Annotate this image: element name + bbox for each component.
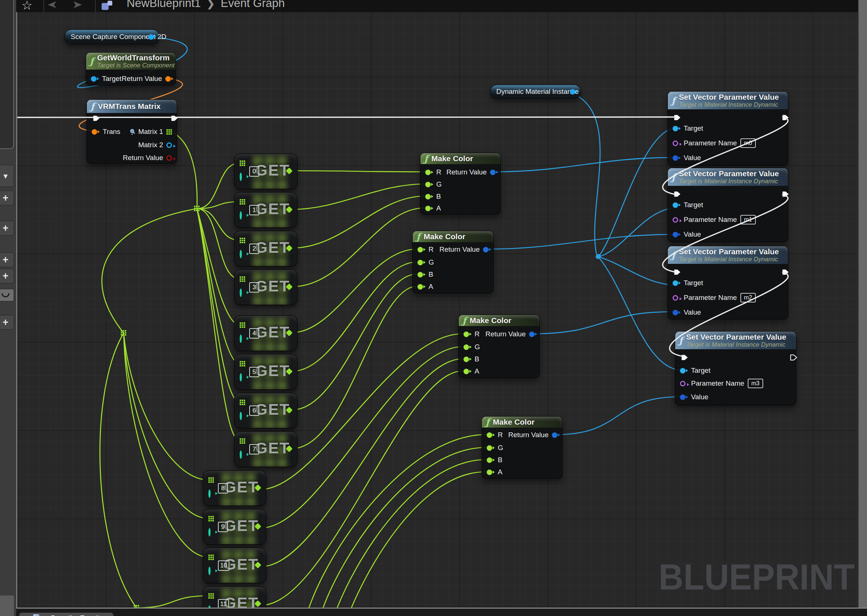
pin-input-target[interactable]	[673, 203, 678, 208]
node-array-get[interactable]: GET2	[234, 231, 297, 266]
exec-in-pin[interactable]	[674, 115, 681, 121]
node-array-get[interactable]: GET3	[234, 269, 297, 305]
array-index-value[interactable]: 3	[249, 282, 259, 292]
node-make-color-4[interactable]: ƒMake ColorRReturn ValueGBA	[481, 416, 563, 479]
exec-out-pin[interactable]	[782, 269, 789, 275]
pin-input-index[interactable]	[208, 489, 211, 498]
pin-input-value[interactable]	[673, 155, 678, 161]
node-set-vector-parameter-value-4[interactable]: ƒSet Vector Parameter ValueTarget is Mat…	[675, 331, 796, 405]
favorite-star-icon[interactable]: ☆	[21, 0, 32, 12]
parameter-name-value[interactable]: m2	[740, 293, 756, 302]
array-index-value[interactable]: 2	[249, 244, 259, 254]
pin-output-return-value[interactable]	[529, 332, 535, 337]
exec-in-pin[interactable]	[674, 269, 681, 275]
node-array-get[interactable]: GET6	[234, 393, 297, 428]
pin-input-target[interactable]	[673, 280, 678, 286]
add-button[interactable]: +	[0, 191, 14, 205]
pin-input-target[interactable]	[673, 126, 678, 131]
pin-output-matrix-2[interactable]	[167, 142, 172, 148]
node-make-color-1[interactable]: ƒMake ColorRReturn ValueGBA	[420, 153, 501, 215]
array-index-value[interactable]: 6	[249, 405, 259, 416]
exec-out-pin[interactable]	[782, 191, 789, 197]
pin-output-return-value[interactable]	[490, 170, 496, 175]
pin-input-index[interactable]	[240, 211, 242, 220]
exec-in-pin[interactable]	[681, 354, 688, 361]
exec-out-pin[interactable]	[790, 354, 798, 361]
pin-input-a[interactable]	[425, 206, 431, 211]
breadcrumb-blueprint-name[interactable]: NewBlueprint1	[127, 0, 201, 10]
forward-arrow-icon[interactable]: ➤	[72, 0, 83, 11]
pin-input-parameter-name[interactable]	[673, 217, 678, 223]
node-scene-capture-component-2d[interactable]: Scene Capture Component 2D	[65, 30, 159, 44]
pin-input-r[interactable]	[487, 432, 492, 438]
pin-output-return-value[interactable]	[167, 155, 172, 161]
pin-input-target[interactable]	[91, 76, 96, 82]
pin-input-target[interactable]	[680, 368, 686, 374]
pin-output-object[interactable]	[148, 34, 154, 40]
pin-input-g[interactable]	[487, 445, 492, 451]
node-array-get[interactable]: GET11	[203, 586, 266, 608]
exec-in-pin[interactable]	[93, 115, 100, 121]
parameter-name-value[interactable]: m3	[748, 379, 763, 388]
pin-input-index[interactable]	[240, 173, 242, 181]
pin-input-index[interactable]	[240, 250, 242, 258]
exec-in-pin[interactable]	[674, 191, 681, 197]
array-index-value[interactable]: 0	[249, 166, 259, 177]
pin-input-b[interactable]	[425, 194, 431, 200]
array-index-value[interactable]: 5	[249, 367, 259, 377]
junction-dot[interactable]	[596, 254, 601, 259]
pin-input-g[interactable]	[417, 260, 423, 265]
array-index-value[interactable]: 7	[249, 444, 259, 454]
node-array-get[interactable]: GET0	[234, 154, 297, 189]
node-set-vector-parameter-value-3[interactable]: ƒSet Vector Parameter ValueTarget is Mat…	[667, 246, 788, 319]
node-array-get[interactable]: GET5	[234, 354, 297, 390]
pin-input-trans[interactable]	[92, 129, 97, 135]
add-button[interactable]: +	[0, 269, 14, 283]
pin-input-a[interactable]	[417, 284, 423, 289]
pin-input-index[interactable]	[240, 450, 242, 459]
pin-input-r[interactable]	[464, 332, 469, 337]
pin-output-array[interactable]	[167, 129, 172, 135]
add-button[interactable]: +	[0, 315, 14, 330]
pin-input-index[interactable]	[240, 412, 242, 420]
dropdown-button[interactable]: ▾	[0, 165, 14, 187]
pin-input-value[interactable]	[680, 394, 686, 400]
pin-input-index[interactable]	[208, 567, 211, 575]
breadcrumb-graph-name[interactable]: Event Graph	[220, 0, 285, 10]
array-index-value[interactable]: 11	[218, 599, 229, 608]
pin-input-value[interactable]	[673, 310, 678, 315]
node-getworldtransform[interactable]: ƒGetWorldTransformTarget is Scene Compon…	[86, 52, 176, 85]
collapse-icon[interactable]	[0, 289, 14, 302]
pin-input-index[interactable]	[240, 289, 242, 297]
pin-input-a[interactable]	[464, 369, 469, 374]
node-array-get[interactable]: GET7	[234, 431, 297, 467]
node-make-color-2[interactable]: ƒMake ColorRReturn ValueGBA	[412, 231, 494, 293]
node-dynamic-material-instance[interactable]: Dynamic Material Instance	[490, 85, 581, 99]
pin-input-value[interactable]	[673, 232, 678, 237]
pin-input-index[interactable]	[240, 335, 242, 343]
vertical-scrollbar[interactable]	[858, 0, 867, 608]
add-button[interactable]: +	[0, 253, 14, 267]
pin-input-b[interactable]	[487, 457, 492, 463]
parameter-name-value[interactable]: m0	[740, 138, 756, 148]
parameter-name-value[interactable]: m1	[740, 215, 756, 225]
pin-input-g[interactable]	[464, 344, 469, 350]
array-index-value[interactable]: 10	[218, 561, 229, 571]
node-vrmtrans-matrix[interactable]: ƒVRMTrans MatrixTransMatrix 1Matrix 2Ret…	[87, 99, 177, 164]
node-array-get[interactable]: GET8	[203, 470, 266, 506]
exec-out-pin[interactable]	[171, 115, 178, 121]
pin-input-b[interactable]	[464, 357, 469, 362]
pin-output-return-value[interactable]	[483, 247, 489, 253]
array-index-value[interactable]: 4	[249, 328, 259, 339]
pin-input-b[interactable]	[417, 272, 423, 277]
node-set-vector-parameter-value-2[interactable]: ƒSet Vector Parameter ValueTarget is Mat…	[667, 168, 788, 242]
pin-input-parameter-name[interactable]	[673, 295, 678, 301]
pin-output-object[interactable]	[570, 89, 576, 94]
expand-matrix-icon[interactable]	[129, 129, 136, 135]
pin-input-parameter-name[interactable]	[673, 141, 678, 146]
pin-input-r[interactable]	[417, 247, 423, 253]
exec-out-pin[interactable]	[782, 115, 789, 121]
add-button[interactable]: +	[0, 221, 14, 236]
pin-input-r[interactable]	[425, 170, 431, 175]
node-array-get[interactable]: GET1	[234, 192, 297, 228]
